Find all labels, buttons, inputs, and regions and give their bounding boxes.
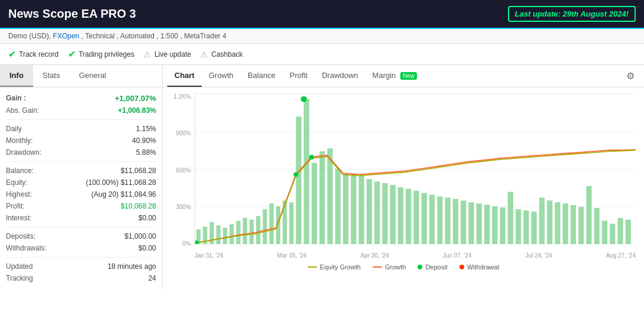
y-axis: 1.2K% 900% 600% 300% 0% [169,93,193,247]
svg-rect-36 [461,200,466,244]
chart-tab-balance[interactable]: Balance [241,65,283,87]
page-title: News Scope EA PRO 3 [8,7,136,21]
stat-equity: Equity: (100.00%) $11,068.28 [6,177,156,188]
svg-rect-4 [223,228,227,244]
badges-bar: ✔ Track record ✔ Trading privileges ⚠ Li… [0,44,644,65]
svg-rect-10 [263,209,267,244]
svg-rect-26 [382,183,387,244]
check-icon: ✔ [8,48,16,60]
tab-stats[interactable]: Stats [33,65,70,87]
highest-label: Highest: [6,190,32,198]
new-badge: New [400,72,417,80]
stat-interest: Interest: $0.00 [6,212,156,224]
svg-rect-35 [453,199,458,245]
check-icon-2: ✔ [68,48,76,60]
svg-rect-51 [578,207,584,244]
chart-tab-profit[interactable]: Profit [283,65,315,87]
profit-value: $10,068.28 [121,202,156,210]
svg-rect-15 [296,116,301,244]
svg-rect-34 [445,198,451,244]
stat-monthly: Monthly: 40.90% [6,135,156,147]
svg-rect-38 [477,203,482,244]
growth-line-icon [373,266,382,268]
legend-equity-growth: Equity Growth [308,263,361,271]
svg-rect-22 [351,173,356,244]
svg-rect-49 [563,203,568,244]
tab-general[interactable]: General [69,65,115,87]
svg-point-61 [309,155,314,160]
monthly-label: Monthly: [6,136,33,145]
right-panel: Chart Growth Balance Profit Drawdown Mar… [163,65,644,289]
svg-rect-43 [516,209,521,244]
svg-rect-44 [523,210,529,244]
chart-tab-growth[interactable]: Growth [202,65,241,87]
drawdown-label: Drawdown: [6,148,41,157]
withdrawals-value: $0.00 [138,244,156,252]
daily-value: 1.15% [136,125,156,133]
x-label-aug: Aug 27, '24 [606,252,636,259]
abs-gain-value: +1,006.83% [118,106,156,115]
svg-rect-50 [571,205,576,244]
svg-rect-24 [367,179,372,244]
chart-legend: Equity Growth Growth Deposit Withdrawal [169,259,638,275]
balance-value: $11,068.28 [121,167,156,175]
badge-cashback: ⚠ Cashback [200,50,242,59]
profit-label: Profit: [6,202,24,210]
svg-rect-5 [229,224,234,244]
stats-panel: Gain : +1,007.07% Abs. Gain: +1,006.83% … [0,87,162,289]
daily-label: Daily [6,125,22,133]
svg-rect-53 [594,208,600,244]
y-label-0: 0% [169,240,193,247]
svg-rect-46 [539,198,545,244]
stat-withdrawals: Withdrawals: $0.00 [6,242,156,254]
tab-info[interactable]: Info [0,65,33,87]
x-label-apr: Apr 30, '24 [361,252,389,259]
svg-rect-14 [289,202,293,244]
y-label-1200: 1.2K% [169,93,193,100]
growth-label: Growth [385,263,406,271]
svg-rect-28 [398,187,403,244]
interest-value: $0.00 [138,214,156,222]
svg-rect-31 [422,193,427,244]
y-label-900: 900% [169,130,193,136]
broker-link[interactable]: FXOpen [53,32,79,40]
y-label-300: 300% [169,204,193,210]
stat-updated: Updated 18 minutes ago [6,261,156,272]
svg-rect-23 [359,175,364,244]
svg-rect-41 [500,207,505,244]
svg-rect-20 [335,169,341,245]
stat-gain: Gain : +1,007.07% [6,92,156,105]
svg-rect-21 [343,174,348,244]
legend-withdrawal: Withdrawal [459,263,499,271]
svg-rect-8 [250,220,254,244]
svg-rect-27 [390,185,396,244]
withdrawal-dot-icon [459,265,464,269]
equity-growth-line-icon [308,266,317,268]
stat-drawdown: Drawdown: 5.88% [6,147,156,158]
svg-rect-47 [547,200,552,244]
subtitle: Demo (USD), FXOpen , Technical , Automat… [0,29,644,44]
drawdown-value: 5.88% [136,148,156,157]
svg-rect-16 [304,99,309,244]
stat-balance: Balance: $11,068.28 [6,165,156,177]
y-label-600: 600% [169,167,193,174]
chart-tab-drawdown[interactable]: Drawdown [315,65,365,87]
svg-rect-45 [531,211,536,244]
svg-point-60 [301,96,307,102]
withdrawals-label: Withdrawals: [6,244,47,252]
tracking-label: Tracking [6,274,33,282]
legend-growth: Growth [373,263,406,271]
svg-rect-52 [586,186,591,244]
monthly-value: 40.90% [132,136,156,145]
svg-rect-56 [617,218,623,244]
settings-icon[interactable]: ⚙ [622,66,639,86]
svg-rect-19 [328,148,333,244]
x-label-jun: Jun 07, '24 [443,252,472,259]
svg-rect-29 [406,189,411,244]
chart-tab-margin[interactable]: Margin New [365,65,424,87]
abs-gain-label: Abs. Gain: [6,106,39,115]
svg-rect-55 [610,224,615,244]
svg-rect-17 [312,163,317,244]
svg-rect-9 [256,216,260,244]
chart-tab-chart[interactable]: Chart [167,65,202,87]
